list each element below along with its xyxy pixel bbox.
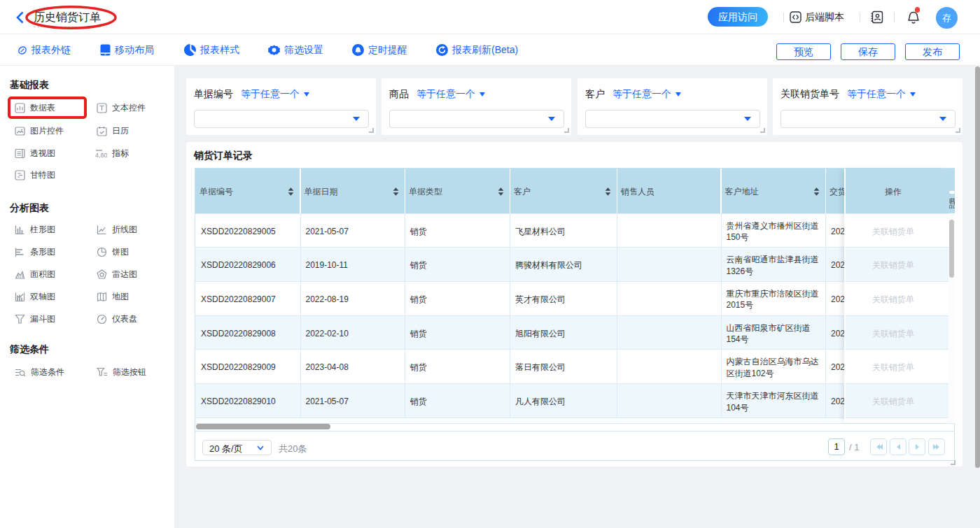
svg-text:4,80: 4,80 bbox=[95, 151, 107, 158]
